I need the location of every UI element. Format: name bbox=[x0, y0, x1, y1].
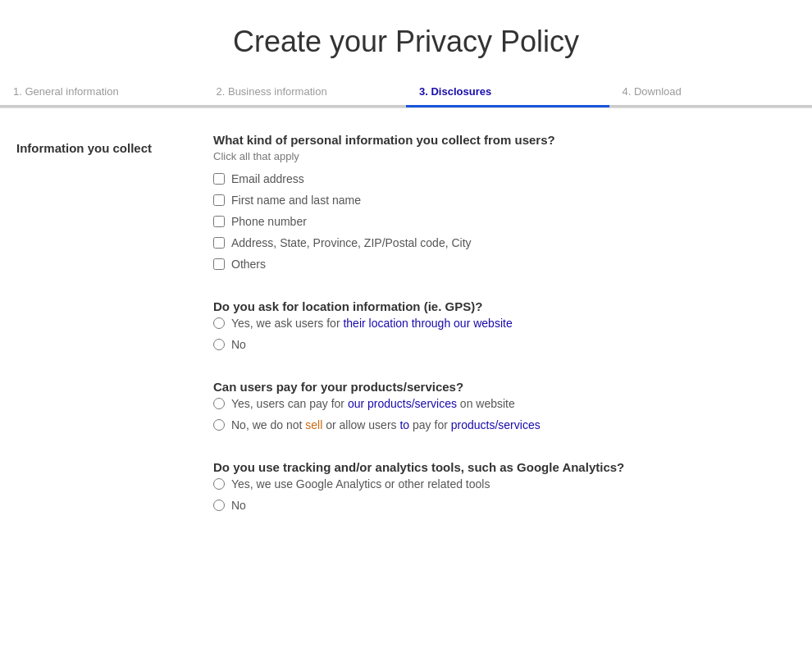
step-business-label: 2. bbox=[217, 85, 226, 98]
sidebar-section-label: Information you collect bbox=[16, 141, 180, 155]
step-disclosures-text: Disclosures bbox=[431, 85, 491, 98]
radio-analytics-yes: Yes, we use Google Analytics or other re… bbox=[213, 477, 796, 491]
step-business-text: Business information bbox=[228, 85, 327, 98]
checkbox-name-label[interactable]: First name and last name bbox=[231, 194, 361, 207]
radio-location-yes: Yes, we ask users for their location thr… bbox=[213, 317, 796, 330]
radio-payment-no: No, we do not sell or allow users to pay… bbox=[213, 418, 796, 431]
checkbox-name: First name and last name bbox=[213, 194, 796, 207]
checkbox-name-input[interactable] bbox=[213, 194, 225, 206]
main-layout: Information you collect What kind of per… bbox=[0, 133, 812, 541]
radio-payment-no-input[interactable] bbox=[213, 419, 225, 431]
checkbox-phone-label[interactable]: Phone number bbox=[231, 215, 307, 228]
radio-location-yes-label[interactable]: Yes, we ask users for their location thr… bbox=[231, 317, 513, 330]
radio-analytics-yes-input[interactable] bbox=[213, 478, 225, 490]
page-title: Create your Privacy Policy bbox=[0, 0, 812, 75]
step-business[interactable]: 2. Business information bbox=[203, 75, 407, 107]
radio-analytics-no-input[interactable] bbox=[213, 500, 225, 511]
question-analytics: Do you use tracking and/or analytics too… bbox=[213, 460, 796, 512]
checkbox-address: Address, State, Province, ZIP/Postal cod… bbox=[213, 236, 796, 249]
checkbox-phone: Phone number bbox=[213, 215, 796, 228]
radio-location-no-label[interactable]: No bbox=[231, 338, 246, 351]
checkbox-email: Email address bbox=[213, 172, 796, 185]
location-link[interactable]: their location through our website bbox=[343, 317, 512, 330]
radio-location-yes-input[interactable] bbox=[213, 317, 225, 329]
radio-analytics-no: No bbox=[213, 499, 796, 512]
step-download-text: Download bbox=[634, 85, 682, 98]
checkbox-phone-input[interactable] bbox=[213, 216, 225, 227]
step-download-label: 4. bbox=[623, 85, 632, 98]
step-download[interactable]: 4. Download bbox=[609, 75, 813, 107]
question-payment-title: Can users pay for your products/services… bbox=[213, 380, 796, 394]
question-personal-info: What kind of personal information you co… bbox=[213, 133, 796, 271]
radio-payment-yes-label[interactable]: Yes, users can pay for our products/serv… bbox=[231, 397, 515, 410]
radio-payment-yes-input[interactable] bbox=[213, 398, 225, 409]
sidebar: Information you collect bbox=[16, 133, 197, 541]
question-analytics-title: Do you use tracking and/or analytics too… bbox=[213, 460, 796, 474]
radio-location-no-input[interactable] bbox=[213, 339, 225, 350]
allow-link[interactable]: to bbox=[399, 418, 409, 431]
radio-payment-yes: Yes, users can pay for our products/serv… bbox=[213, 397, 796, 410]
sell-link[interactable]: sell bbox=[305, 418, 322, 431]
radio-location-no: No bbox=[213, 338, 796, 351]
radio-analytics-yes-label[interactable]: Yes, we use Google Analytics or other re… bbox=[231, 477, 490, 491]
step-disclosures-label: 3. bbox=[419, 85, 428, 98]
products-link[interactable]: products/services bbox=[451, 418, 541, 431]
question-location: Do you ask for location information (ie.… bbox=[213, 299, 796, 351]
checkbox-others-input[interactable] bbox=[213, 258, 225, 270]
step-general-label: 1. bbox=[13, 85, 22, 98]
question-payment: Can users pay for your products/services… bbox=[213, 380, 796, 431]
checkbox-email-input[interactable] bbox=[213, 173, 225, 185]
question-personal-info-title: What kind of personal information you co… bbox=[213, 133, 796, 147]
radio-payment-no-label[interactable]: No, we do not sell or allow users to pay… bbox=[231, 418, 541, 431]
checkbox-others: Others bbox=[213, 258, 796, 271]
question-location-title: Do you ask for location information (ie.… bbox=[213, 299, 796, 313]
checkbox-others-label[interactable]: Others bbox=[231, 258, 266, 271]
step-disclosures[interactable]: 3. Disclosures bbox=[406, 75, 609, 107]
checkbox-email-label[interactable]: Email address bbox=[231, 172, 304, 185]
steps-navigation: 1. General information 2. Business infor… bbox=[0, 75, 812, 108]
checkbox-address-input[interactable] bbox=[213, 237, 225, 249]
radio-analytics-no-label[interactable]: No bbox=[231, 499, 246, 512]
checkbox-address-label[interactable]: Address, State, Province, ZIP/Postal cod… bbox=[231, 236, 472, 249]
step-general[interactable]: 1. General information bbox=[0, 75, 203, 107]
step-general-text: General information bbox=[25, 85, 118, 98]
question-personal-info-subtitle: Click all that apply bbox=[213, 150, 796, 162]
main-content: What kind of personal information you co… bbox=[197, 133, 796, 541]
payment-products-link[interactable]: our products/services bbox=[348, 397, 457, 410]
